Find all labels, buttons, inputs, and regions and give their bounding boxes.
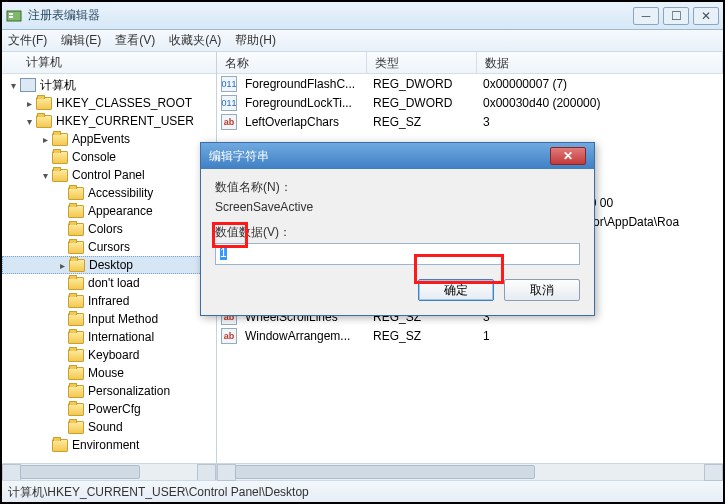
tree-node[interactable]: Environment [2, 436, 216, 454]
dialog-title: 编辑字符串 [209, 148, 550, 165]
tree-node[interactable]: don't load [2, 274, 216, 292]
close-button[interactable]: ✕ [693, 7, 719, 25]
binary-icon: 011 [221, 76, 237, 92]
tree-node[interactable]: Input Method [2, 310, 216, 328]
tree-pane: 计算机 ▾计算机▸HKEY_CLASSES_ROOT▾HKEY_CURRENT_… [2, 52, 217, 480]
dialog-titlebar: 编辑字符串 ✕ [201, 143, 594, 169]
menu-edit[interactable]: 编辑(E) [61, 32, 101, 49]
list-header: 名称 类型 数据 [217, 52, 723, 74]
status-bar: 计算机\HKEY_CURRENT_USER\Control Panel\Desk… [2, 480, 723, 502]
tree-node[interactable]: Personalization [2, 382, 216, 400]
string-icon: ab [221, 328, 237, 344]
string-icon: ab [221, 114, 237, 130]
tree-node[interactable]: ▸Desktop [2, 256, 216, 274]
col-type[interactable]: 类型 [367, 52, 477, 73]
tree-node[interactable]: International [2, 328, 216, 346]
window-title: 注册表编辑器 [28, 7, 633, 24]
svg-rect-2 [9, 16, 13, 18]
tree-node[interactable]: Sound [2, 418, 216, 436]
list-row[interactable]: 011ForegroundLockTi...REG_DWORD0x00030d4… [217, 93, 723, 112]
tree-node[interactable]: Mouse [2, 364, 216, 382]
value-name-label: 数值名称(N)： [215, 179, 580, 196]
tree-node[interactable]: PowerCfg [2, 400, 216, 418]
tree-node[interactable]: ▸AppEvents [2, 130, 216, 148]
tree-hscroll[interactable] [2, 463, 216, 480]
value-data-label: 数值数据(V)： [215, 224, 580, 241]
value-name-field: ScreenSaveActive [215, 198, 580, 224]
tree-node[interactable]: ▸HKEY_CLASSES_ROOT [2, 94, 216, 112]
edit-string-dialog: 编辑字符串 ✕ 数值名称(N)： ScreenSaveActive 数值数据(V… [200, 142, 595, 316]
col-data[interactable]: 数据 [477, 52, 723, 73]
ok-button[interactable]: 确定 [418, 279, 494, 301]
list-hscroll[interactable] [217, 463, 723, 480]
tree-node[interactable]: Infrared [2, 292, 216, 310]
tree-node[interactable]: Keyboard [2, 346, 216, 364]
tree-node[interactable]: Accessibility [2, 184, 216, 202]
tree-header: 计算机 [2, 52, 216, 74]
binary-icon: 011 [221, 95, 237, 111]
regedit-icon [6, 8, 22, 24]
dialog-close-button[interactable]: ✕ [550, 147, 586, 165]
menu-favorites[interactable]: 收藏夹(A) [169, 32, 221, 49]
tree-node[interactable]: Colors [2, 220, 216, 238]
value-data-input[interactable]: 1 [215, 243, 580, 265]
list-row[interactable]: 011ForegroundFlashC...REG_DWORD0x0000000… [217, 74, 723, 93]
tree-node[interactable]: Appearance [2, 202, 216, 220]
tree-node[interactable]: ▾计算机 [2, 76, 216, 94]
titlebar: 注册表编辑器 ─ ☐ ✕ [2, 2, 723, 30]
menu-help[interactable]: 帮助(H) [235, 32, 276, 49]
menu-file[interactable]: 文件(F) [8, 32, 47, 49]
cancel-button[interactable]: 取消 [504, 279, 580, 301]
tree-node[interactable]: ▾Control Panel [2, 166, 216, 184]
tree-node[interactable]: Cursors [2, 238, 216, 256]
minimize-button[interactable]: ─ [633, 7, 659, 25]
list-row[interactable]: abLeftOverlapCharsREG_SZ3 [217, 112, 723, 131]
menu-view[interactable]: 查看(V) [115, 32, 155, 49]
menubar: 文件(F) 编辑(E) 查看(V) 收藏夹(A) 帮助(H) [2, 30, 723, 52]
maximize-button[interactable]: ☐ [663, 7, 689, 25]
col-name[interactable]: 名称 [217, 52, 367, 73]
tree-node[interactable]: Console [2, 148, 216, 166]
tree-node[interactable]: ▾HKEY_CURRENT_USER [2, 112, 216, 130]
svg-rect-1 [9, 13, 13, 15]
list-row[interactable]: abWindowArrangem...REG_SZ1 [217, 326, 723, 345]
